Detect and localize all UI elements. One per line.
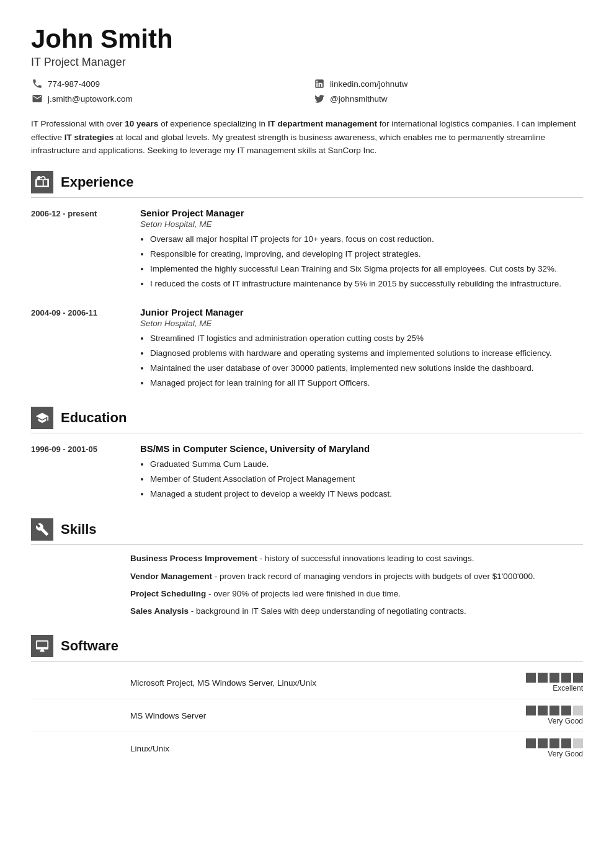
software-section: Software Microsoft Project, MS Windows S… bbox=[31, 635, 583, 764]
skills-header: Skills bbox=[31, 518, 583, 545]
contact-email: j.smith@uptowork.com bbox=[31, 92, 301, 105]
list-item: Managed a student project to develop a w… bbox=[150, 487, 583, 502]
email-text: j.smith@uptowork.com bbox=[48, 94, 133, 104]
experience-header: Experience bbox=[31, 171, 583, 198]
contact-section: 774-987-4009 linkedin.com/johnutw j.smit… bbox=[31, 78, 583, 105]
exp1-date: 2006-12 - present bbox=[31, 208, 130, 292]
skill-item-3: Project Scheduling - over 90% of project… bbox=[130, 587, 583, 601]
education-header: Education bbox=[31, 407, 583, 433]
skills-list: Business Process Improvement - history o… bbox=[31, 551, 583, 619]
exp2-date: 2004-09 - 2006-11 bbox=[31, 307, 130, 391]
rating-squares-2 bbox=[526, 706, 583, 715]
skill-desc-4: - background in IT Sales with deep under… bbox=[191, 606, 466, 616]
list-item: Responsible for creating, improving, and… bbox=[150, 247, 583, 262]
software-row-3: Linux/Unix Very Good bbox=[31, 732, 583, 764]
sq bbox=[573, 706, 583, 715]
rating-label-1: Excellent bbox=[553, 684, 583, 693]
exp1-content: Senior Project Manager Seton Hospital, M… bbox=[140, 208, 583, 292]
software-icon bbox=[31, 635, 53, 657]
candidate-title: IT Project Manager bbox=[31, 56, 583, 69]
skill-item-2: Vendor Management - proven track record … bbox=[130, 569, 583, 584]
exp2-company: Seton Hospital, ME bbox=[140, 319, 583, 328]
linkedin-icon bbox=[313, 78, 326, 90]
experience-section: Experience 2006-12 - present Senior Proj… bbox=[31, 171, 583, 391]
rating-label-3: Very Good bbox=[548, 750, 583, 758]
skill-desc-3: - over 90% of projects led were finished… bbox=[208, 589, 401, 598]
phone-icon bbox=[31, 78, 43, 90]
experience-title: Experience bbox=[61, 174, 133, 190]
sq bbox=[526, 706, 536, 715]
contact-linkedin: linkedin.com/johnutw bbox=[313, 78, 583, 90]
skills-icon bbox=[31, 518, 53, 541]
email-icon bbox=[31, 92, 43, 105]
list-item: I reduced the costs of IT infrastructure… bbox=[150, 277, 583, 291]
skill-name-1: Business Process Improvement bbox=[130, 554, 257, 563]
list-item: Streamlined IT logistics and administrat… bbox=[150, 332, 583, 346]
rating-squares-3 bbox=[526, 738, 583, 748]
sq bbox=[573, 673, 583, 683]
sq bbox=[549, 673, 559, 683]
sq bbox=[561, 673, 571, 683]
sq bbox=[561, 706, 571, 715]
software-name-2: MS Windows Server bbox=[130, 711, 520, 720]
list-item: Member of Student Association of Project… bbox=[150, 472, 583, 487]
twitter-icon bbox=[313, 92, 326, 105]
sq bbox=[549, 706, 559, 715]
exp2-content: Junior Project Manager Seton Hospital, M… bbox=[140, 307, 583, 391]
software-header: Software bbox=[31, 635, 583, 662]
education-entry-1: 1996-09 - 2001-05 BS/MS in Computer Scie… bbox=[31, 443, 583, 502]
exp1-job-title: Senior Project Manager bbox=[140, 208, 583, 218]
skills-title: Skills bbox=[61, 521, 96, 538]
contact-phone: 774-987-4009 bbox=[31, 78, 301, 90]
list-item: Implemented the highly successful Lean T… bbox=[150, 262, 583, 277]
software-row-1: Microsoft Project, MS Windows Server, Li… bbox=[31, 666, 583, 699]
list-item: Oversaw all major hospital IT projects f… bbox=[150, 232, 583, 247]
education-section: Education 1996-09 - 2001-05 BS/MS in Com… bbox=[31, 407, 583, 502]
software-name-1: Microsoft Project, MS Windows Server, Li… bbox=[130, 678, 520, 688]
skill-name-2: Vendor Management bbox=[130, 572, 212, 581]
experience-entry-1: 2006-12 - present Senior Project Manager… bbox=[31, 208, 583, 292]
sq bbox=[526, 738, 536, 748]
sq bbox=[526, 673, 536, 683]
education-title: Education bbox=[61, 410, 127, 426]
skill-name-4: Sales Analysis bbox=[130, 606, 189, 616]
phone-text: 774-987-4009 bbox=[48, 79, 100, 89]
sq bbox=[573, 738, 583, 748]
list-item: Managed project for lean training for al… bbox=[150, 376, 583, 391]
exp2-bullets: Streamlined IT logistics and administrat… bbox=[140, 332, 583, 391]
exp2-job-title: Junior Project Manager bbox=[140, 307, 583, 317]
sq bbox=[549, 738, 559, 748]
sq bbox=[561, 738, 571, 748]
software-rating-2: Very Good bbox=[526, 706, 583, 725]
software-row-2: MS Windows Server Very Good bbox=[31, 699, 583, 732]
exp1-company: Seton Hospital, ME bbox=[140, 219, 583, 229]
skill-name-3: Project Scheduling bbox=[130, 589, 206, 598]
software-rating-1: Excellent bbox=[526, 673, 583, 693]
edu1-bullets: Graduated Summa Cum Laude. Member of Stu… bbox=[140, 458, 583, 502]
exp1-bullets: Oversaw all major hospital IT projects f… bbox=[140, 232, 583, 291]
rating-label-2: Very Good bbox=[548, 717, 583, 725]
rating-squares-1 bbox=[526, 673, 583, 683]
skill-desc-2: - proven track record of managing vendor… bbox=[215, 572, 535, 581]
skills-section: Skills Business Process Improvement - hi… bbox=[31, 518, 583, 619]
twitter-text: @johnsmithutw bbox=[330, 94, 388, 104]
linkedin-text: linkedin.com/johnutw bbox=[330, 79, 407, 89]
edu1-degree: BS/MS in Computer Science, University of… bbox=[140, 443, 583, 454]
education-icon bbox=[31, 407, 53, 429]
software-rating-3: Very Good bbox=[526, 738, 583, 758]
list-item: Maintained the user database of over 300… bbox=[150, 361, 583, 376]
sq bbox=[538, 706, 548, 715]
list-item: Diagnosed problems with hardware and ope… bbox=[150, 347, 583, 361]
summary-section: IT Professional with over 10 years of ex… bbox=[31, 117, 583, 157]
list-item: Graduated Summa Cum Laude. bbox=[150, 458, 583, 472]
software-name-3: Linux/Unix bbox=[130, 744, 520, 753]
experience-icon bbox=[31, 171, 53, 193]
contact-twitter: @johnsmithutw bbox=[313, 92, 583, 105]
experience-entry-2: 2004-09 - 2006-11 Junior Project Manager… bbox=[31, 307, 583, 391]
sq bbox=[538, 738, 548, 748]
skill-item-4: Sales Analysis - background in IT Sales … bbox=[130, 604, 583, 619]
edu1-date: 1996-09 - 2001-05 bbox=[31, 443, 130, 502]
resume-header: John Smith IT Project Manager bbox=[31, 25, 583, 69]
edu1-content: BS/MS in Computer Science, University of… bbox=[140, 443, 583, 502]
skill-item-1: Business Process Improvement - history o… bbox=[130, 551, 583, 566]
